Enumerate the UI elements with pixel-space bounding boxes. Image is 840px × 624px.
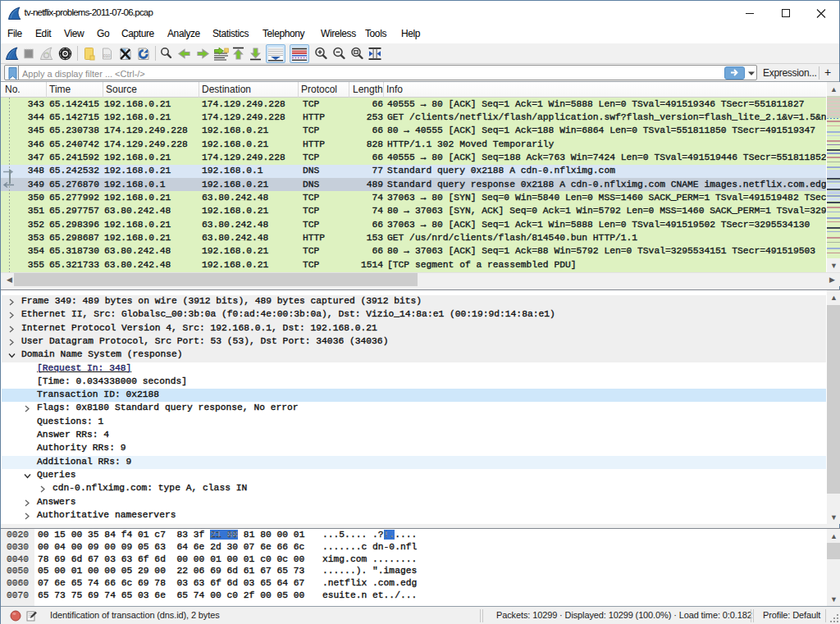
svg-text:010: 010 <box>103 53 111 58</box>
